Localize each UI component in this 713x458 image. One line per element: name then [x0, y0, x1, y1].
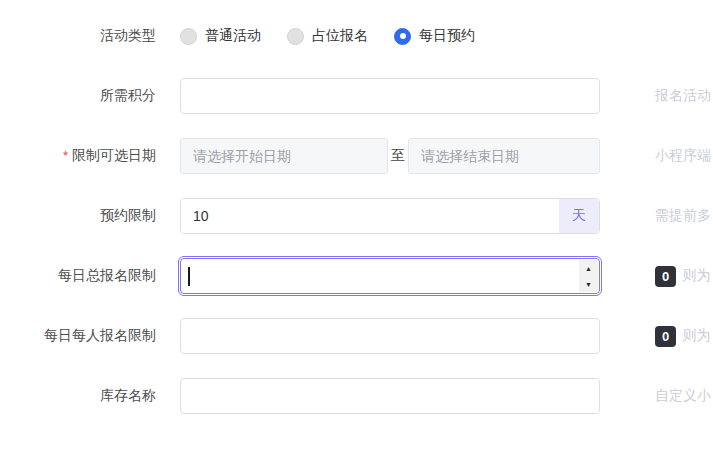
number-spinner: ▲ ▼	[579, 260, 598, 292]
required-asterisk: *	[63, 148, 68, 163]
row-reservation-limit: 预约限制 天 需提前多	[0, 198, 713, 234]
row-stock-name: 库存名称 自定义小	[0, 378, 713, 414]
daily-total-limit-input[interactable]: ▲ ▼	[180, 258, 600, 294]
stock-name-label: 库存名称	[0, 387, 168, 405]
row-points: 所需积分 报名活动	[0, 78, 713, 114]
radio-option-label: 普通活动	[205, 27, 261, 45]
radio-unchecked-icon[interactable]	[287, 28, 304, 45]
radio-option-normal-activity[interactable]: 普通活动	[180, 27, 261, 45]
daily-total-limit-label: 每日总报名限制	[0, 267, 168, 285]
activity-type-radio-group: 普通活动 占位报名 每日预约	[180, 27, 475, 45]
date-range-label: *限制可选日期	[0, 147, 168, 165]
reservation-limit-input[interactable]	[181, 199, 559, 233]
activity-type-label: 活动类型	[0, 27, 168, 45]
stock-name-input[interactable]	[180, 378, 600, 414]
radio-dot	[400, 33, 406, 39]
radio-option-placeholder-signup[interactable]: 占位报名	[287, 27, 368, 45]
daily-per-person-limit-input[interactable]	[180, 318, 600, 354]
stock-name-hint: 自定义小	[655, 387, 711, 405]
daily-per-person-limit-label: 每日每人报名限制	[0, 327, 168, 345]
start-date-input[interactable]	[180, 138, 388, 174]
days-unit-addon: 天	[559, 199, 599, 233]
points-label: 所需积分	[0, 87, 168, 105]
date-range-separator: 至	[391, 147, 405, 165]
radio-option-label: 占位报名	[312, 27, 368, 45]
activity-form-page: 活动类型 普通活动 占位报名 每日预约 所需积分	[0, 0, 713, 458]
reservation-limit-field: 天	[180, 198, 600, 234]
date-range-label-text: 限制可选日期	[72, 147, 156, 163]
radio-unchecked-icon[interactable]	[180, 28, 197, 45]
daily-per-person-limit-hint: 0 则为	[655, 326, 710, 347]
reservation-limit-label: 预约限制	[0, 207, 168, 225]
points-hint: 报名活动	[655, 87, 711, 105]
reservation-limit-hint: 需提前多	[655, 207, 711, 225]
zero-badge: 0	[655, 266, 676, 287]
date-range-hint: 小程序端	[655, 147, 711, 165]
daily-per-person-limit-hint-text: 则为	[682, 327, 710, 345]
daily-total-limit-hint-text: 则为	[682, 267, 710, 285]
row-daily-per-person-limit: 每日每人报名限制 0 则为	[0, 318, 713, 354]
radio-option-daily-reservation[interactable]: 每日预约	[394, 27, 475, 45]
spinner-up-icon[interactable]: ▲	[579, 260, 598, 276]
points-input[interactable]	[180, 78, 600, 114]
radio-option-label: 每日预约	[419, 27, 475, 45]
end-date-input[interactable]	[408, 138, 600, 174]
daily-total-limit-hint: 0 则为	[655, 266, 710, 287]
row-daily-total-limit: 每日总报名限制 ▲ ▼ 0 则为	[0, 258, 713, 294]
text-cursor	[188, 267, 190, 286]
row-activity-type: 活动类型 普通活动 占位报名 每日预约	[0, 18, 713, 54]
zero-badge: 0	[655, 326, 676, 347]
radio-checked-icon[interactable]	[394, 28, 411, 45]
spinner-down-icon[interactable]: ▼	[579, 276, 598, 292]
row-date-range: *限制可选日期 至 小程序端	[0, 138, 713, 174]
